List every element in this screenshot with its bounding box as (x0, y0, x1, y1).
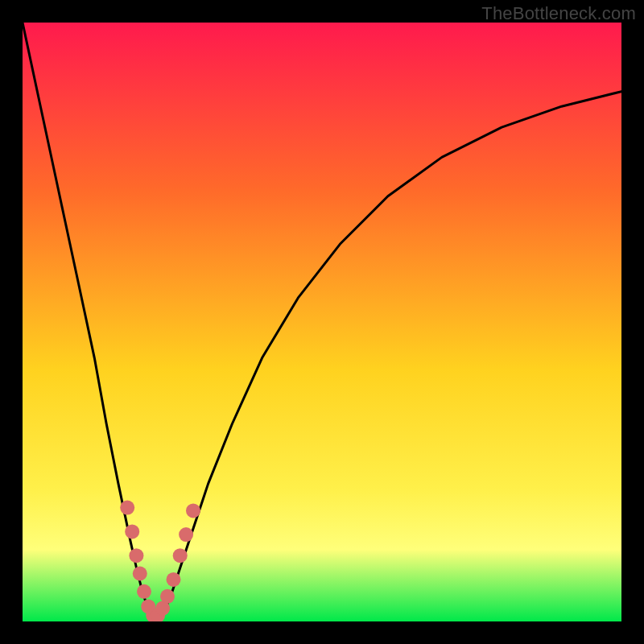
highlight-point (125, 524, 139, 539)
gradient-background (23, 23, 621, 621)
highlight-point (186, 503, 200, 518)
highlight-point (173, 548, 188, 563)
highlight-point (137, 584, 151, 599)
highlight-point (129, 548, 143, 563)
watermark-text: TheBottleneck.com (481, 3, 636, 24)
highlight-point (160, 589, 175, 604)
chart-frame: TheBottleneck.com (0, 0, 644, 644)
highlight-point (179, 527, 193, 542)
chart-svg (23, 23, 621, 621)
highlight-point (120, 501, 134, 515)
plot-area (23, 23, 621, 621)
highlight-point (133, 567, 147, 581)
highlight-point (167, 572, 181, 587)
